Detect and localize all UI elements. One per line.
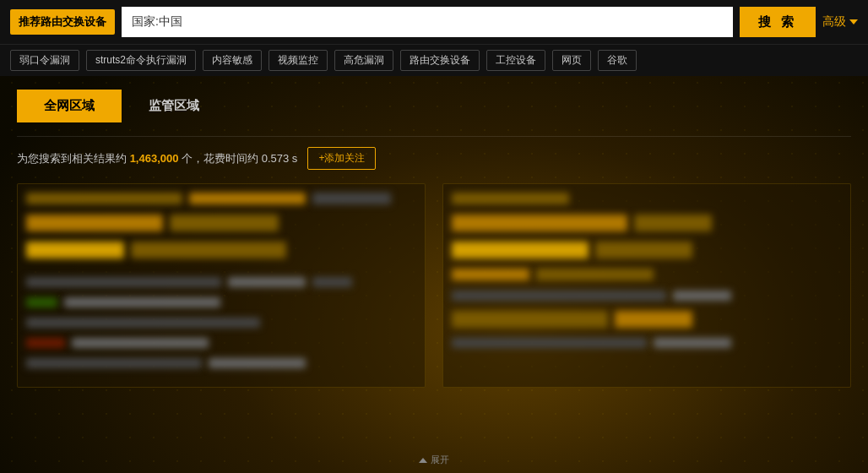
search-button[interactable]: 搜 索 bbox=[740, 7, 816, 37]
recommend-tag: 推荐路由交换设备 bbox=[10, 9, 115, 35]
blur-block bbox=[452, 291, 666, 301]
advanced-label: 高级 bbox=[822, 14, 846, 30]
result-info: 为您搜索到相关结果约 1,463,000 个，花费时间约 0.573 s +添加… bbox=[17, 147, 851, 170]
result-count: 1,463,000 bbox=[130, 152, 179, 165]
blur-block bbox=[452, 311, 608, 328]
blur-block bbox=[26, 215, 163, 231]
tag-router-switch[interactable]: 路由交换设备 bbox=[400, 50, 480, 71]
top-bar: 推荐路由交换设备 搜 索 高级 bbox=[0, 0, 868, 44]
tag-struts2[interactable]: struts2命令执行漏洞 bbox=[86, 50, 196, 71]
blur-block bbox=[26, 242, 124, 258]
divider bbox=[17, 136, 851, 137]
tag-web[interactable]: 网页 bbox=[552, 50, 591, 71]
bottom-hint: 展开 bbox=[419, 454, 449, 466]
chevron-up-icon bbox=[419, 458, 427, 463]
blur-block bbox=[452, 242, 589, 258]
blur-block bbox=[595, 242, 693, 258]
tag-industrial[interactable]: 工控设备 bbox=[486, 50, 545, 71]
tag-weak-password[interactable]: 弱口令漏洞 bbox=[10, 50, 79, 71]
results-grid bbox=[17, 183, 851, 388]
blur-block bbox=[536, 269, 654, 280]
tag-video-monitor[interactable]: 视频监控 bbox=[269, 50, 328, 71]
blur-block bbox=[26, 358, 202, 368]
chevron-down-icon bbox=[849, 19, 858, 24]
blur-block bbox=[26, 338, 65, 348]
blur-block bbox=[26, 193, 182, 204]
blur-block bbox=[673, 291, 731, 301]
blur-block bbox=[634, 215, 712, 231]
blur-block bbox=[72, 338, 209, 348]
blur-block bbox=[452, 193, 569, 204]
advanced-button[interactable]: 高级 bbox=[822, 14, 858, 30]
blur-block bbox=[452, 338, 647, 348]
blur-block bbox=[452, 215, 627, 231]
tab-supervised-regions[interactable]: 监管区域 bbox=[122, 90, 226, 122]
main-content: 全网区域 监管区域 为您搜索到相关结果约 1,463,000 个，花费时间约 0… bbox=[0, 76, 868, 388]
blur-block bbox=[615, 311, 692, 328]
blur-block bbox=[26, 297, 57, 307]
add-follow-button[interactable]: +添加关注 bbox=[307, 147, 376, 170]
search-input[interactable] bbox=[122, 7, 733, 37]
blur-block bbox=[131, 242, 287, 258]
result-summary: 为您搜索到相关结果约 1,463,000 个，花费时间约 0.573 s bbox=[17, 151, 297, 166]
result-card-left bbox=[17, 183, 426, 388]
blur-block bbox=[26, 277, 221, 287]
blur-block bbox=[312, 277, 351, 287]
blur-block bbox=[170, 215, 279, 231]
hint-label: 展开 bbox=[431, 454, 449, 466]
tag-google[interactable]: 谷歌 bbox=[598, 50, 637, 71]
blur-block bbox=[452, 269, 529, 280]
blur-block bbox=[26, 318, 260, 328]
tabs: 全网区域 监管区域 bbox=[17, 90, 851, 122]
tab-all-regions[interactable]: 全网区域 bbox=[17, 90, 122, 122]
blur-block bbox=[64, 297, 220, 307]
blur-block bbox=[228, 277, 306, 287]
blur-block bbox=[209, 358, 307, 368]
tag-bar: 弱口令漏洞 struts2命令执行漏洞 内容敏感 视频监控 高危漏洞 路由交换设… bbox=[0, 44, 868, 76]
result-card-right bbox=[442, 183, 851, 388]
blur-block bbox=[312, 193, 390, 204]
tag-high-risk[interactable]: 高危漏洞 bbox=[334, 50, 393, 71]
tag-content-sensitive[interactable]: 内容敏感 bbox=[203, 50, 262, 71]
blur-block bbox=[189, 193, 307, 204]
blur-block bbox=[654, 338, 731, 348]
